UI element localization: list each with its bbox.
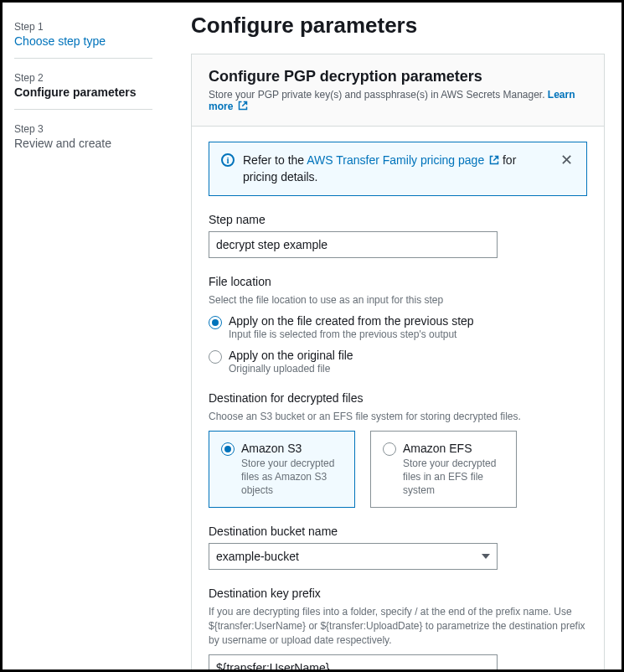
wizard-step-2: Step 2 Configure parameters <box>14 67 152 110</box>
main-content: Configure parameters Configure PGP decry… <box>161 16 605 669</box>
bucket-select[interactable]: example-bucket <box>209 543 498 570</box>
tile-efs-desc: Store your decrypted files in an EFS fil… <box>403 457 504 498</box>
step-3-label: Step 3 <box>14 123 152 135</box>
option-previous-label: Apply on the file created from the previ… <box>229 314 474 328</box>
step-name-label: Step name <box>209 213 587 226</box>
info-text: Refer to the AWS Transfer Family pricing… <box>243 152 550 185</box>
page-title: Configure parameters <box>191 13 605 39</box>
destination-tiles: Amazon S3 Store your decrypted files as … <box>209 431 587 509</box>
option-original-label: Apply on the original file <box>229 349 353 362</box>
radio-icon[interactable] <box>209 316 222 329</box>
step-name-input[interactable] <box>209 231 498 258</box>
tile-amazon-s3[interactable]: Amazon S3 Store your decrypted files as … <box>209 431 355 509</box>
panel-body: i Refer to the AWS Transfer Family prici… <box>192 127 604 672</box>
pricing-link[interactable]: AWS Transfer Family pricing page <box>307 153 499 167</box>
key-prefix-section: Destination key prefix If you are decryp… <box>209 587 587 672</box>
tile-amazon-efs[interactable]: Amazon EFS Store your decrypted files in… <box>370 431 517 509</box>
info-text-prefix: Refer to the <box>243 153 307 167</box>
key-prefix-label: Destination key prefix <box>209 587 587 600</box>
file-location-option-previous[interactable]: Apply on the file created from the previ… <box>209 314 587 340</box>
file-location-option-original[interactable]: Apply on the original file Originally up… <box>209 349 587 375</box>
config-panel: Configure PGP decryption parameters Stor… <box>191 54 605 672</box>
wizard-sidebar: Step 1 Choose step type Step 2 Configure… <box>14 16 161 669</box>
file-location-section: File location Select the file location t… <box>209 275 587 375</box>
chevron-down-icon <box>482 554 490 559</box>
file-location-label: File location <box>209 275 587 288</box>
app-frame: Step 1 Choose step type Step 2 Configure… <box>0 0 624 672</box>
option-previous-help: Input file is selected from the previous… <box>229 328 474 340</box>
radio-icon[interactable] <box>383 442 396 456</box>
option-original-help: Originally uploaded file <box>229 363 353 375</box>
step-1-name[interactable]: Choose step type <box>14 34 152 48</box>
wizard-step-3: Step 3 Review and create <box>14 118 152 160</box>
tile-s3-title: Amazon S3 <box>241 442 343 455</box>
panel-header: Configure PGP decryption parameters Stor… <box>192 54 604 127</box>
file-location-help: Select the file location to use as an in… <box>209 293 587 308</box>
external-link-icon <box>238 101 248 111</box>
step-2-name: Configure parameters <box>14 85 152 99</box>
wizard-step-1[interactable]: Step 1 Choose step type <box>14 16 152 59</box>
destination-section: Destination for decrypted files Choose a… <box>209 391 587 508</box>
panel-title: Configure PGP decryption parameters <box>209 68 587 85</box>
radio-icon[interactable] <box>221 442 235 456</box>
key-prefix-help: If you are decrypting files into a folde… <box>209 605 587 647</box>
info-icon: i <box>221 153 235 167</box>
destination-label: Destination for decrypted files <box>209 391 587 405</box>
pricing-info-box: i Refer to the AWS Transfer Family prici… <box>209 142 587 196</box>
step-3-name: Review and create <box>14 137 152 150</box>
bucket-label: Destination bucket name <box>209 525 587 538</box>
close-icon[interactable]: ✕ <box>559 152 575 168</box>
radio-icon[interactable] <box>209 350 222 364</box>
tile-efs-title: Amazon EFS <box>403 442 504 455</box>
step-name-section: Step name <box>209 213 587 258</box>
bucket-value: example-bucket <box>216 550 299 563</box>
destination-help: Choose an S3 bucket or an EFS file syste… <box>209 410 587 424</box>
external-link-icon <box>489 155 499 165</box>
bucket-section: Destination bucket name example-bucket <box>209 525 587 570</box>
step-2-label: Step 2 <box>14 72 152 84</box>
panel-subtitle-text: Store your PGP private key(s) and passph… <box>209 89 548 101</box>
step-1-label: Step 1 <box>14 21 152 33</box>
tile-s3-desc: Store your decrypted files as Amazon S3 … <box>241 457 343 498</box>
key-prefix-input[interactable] <box>209 654 498 672</box>
panel-subtitle: Store your PGP private key(s) and passph… <box>209 89 587 112</box>
